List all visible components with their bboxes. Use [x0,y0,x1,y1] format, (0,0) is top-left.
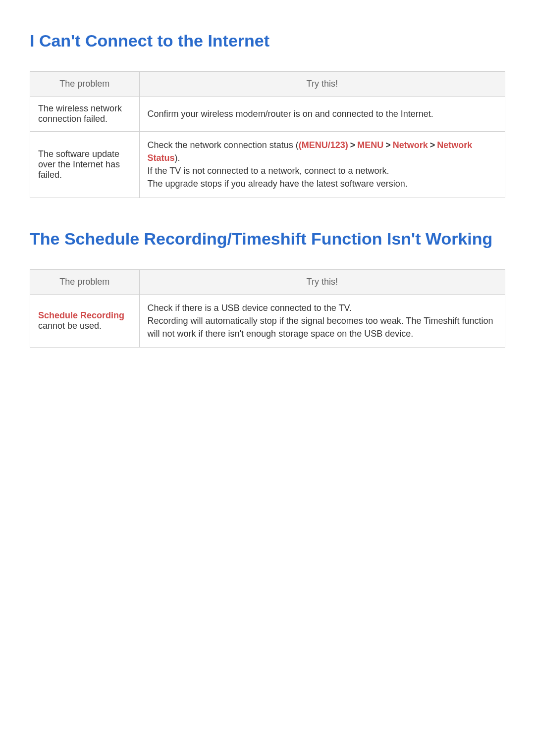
cell-trythis: Confirm your wireless modem/router is on… [139,97,505,132]
table-row: Schedule Recording cannot be used. Check… [30,294,505,347]
cell-problem: The wireless network connection failed. [30,97,140,132]
table-schedule: The problem Try this! Schedule Recording… [30,269,505,348]
table-row: The wireless network connection failed. … [30,97,505,132]
cell-trythis: Check if there is a USB device connected… [139,294,505,347]
th-trythis: Try this! [139,72,505,97]
cell-problem: Schedule Recording cannot be used. [30,294,140,347]
table-internet: The problem Try this! The wireless netwo… [30,71,505,198]
cell-problem: The software update over the Internet ha… [30,132,140,198]
heading-internet: I Can't Connect to the Internet [30,30,505,51]
th-trythis: Try this! [139,269,505,294]
page: I Can't Connect to the Internet The prob… [0,0,535,348]
section-internet: I Can't Connect to the Internet The prob… [30,30,505,198]
heading-schedule: The Schedule Recording/Timeshift Functio… [30,228,505,250]
cell-trythis: Check the network connection status ((ME… [139,132,505,198]
table-row: The software update over the Internet ha… [30,132,505,198]
th-problem: The problem [30,72,140,97]
th-problem: The problem [30,269,140,294]
section-schedule: The Schedule Recording/Timeshift Functio… [30,228,505,348]
